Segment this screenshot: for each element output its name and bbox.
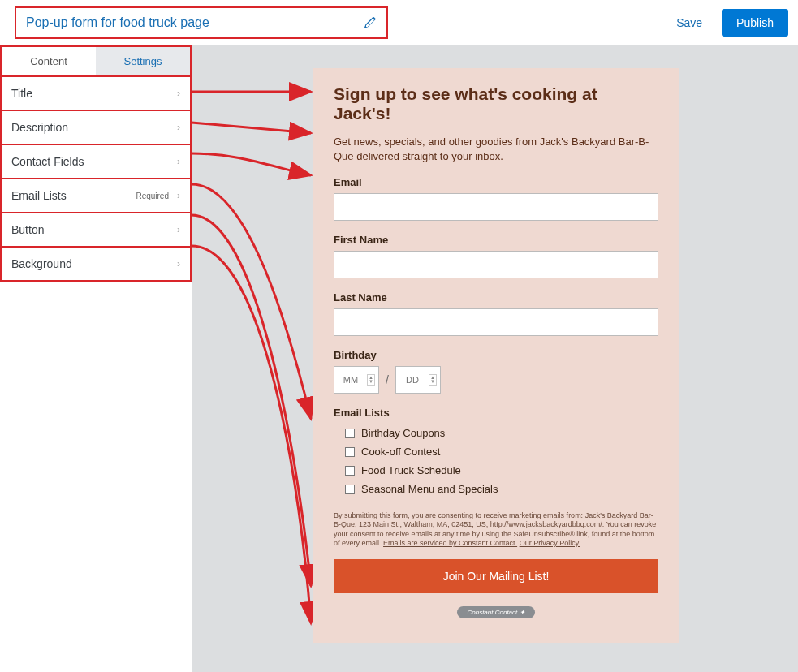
save-link[interactable]: Save <box>676 16 702 29</box>
first-name-field[interactable] <box>334 251 658 278</box>
birthday-label: Birthday <box>334 349 658 361</box>
list-item-label: Food Truck Schedule <box>361 464 461 476</box>
sidebar-item-background[interactable]: Background › <box>0 248 192 282</box>
required-badge: Required <box>136 192 169 200</box>
form-name-input[interactable]: Pop-up form for food truck page <box>15 6 388 39</box>
tab-bar: Content Settings <box>0 45 192 75</box>
header-bar: Pop-up form for food truck page Save Pub… <box>0 0 798 45</box>
join-mailing-list-button[interactable]: Join Our Mailing List! <box>334 559 658 593</box>
sidebar-item-label: Description <box>11 121 68 134</box>
chevron-right-icon: › <box>177 190 180 201</box>
privacy-link[interactable]: Our Privacy Policy. <box>520 539 580 547</box>
list-item[interactable]: Food Truck Schedule <box>334 461 658 480</box>
last-name-label: Last Name <box>334 291 658 304</box>
list-item-label: Birthday Coupons <box>361 427 445 439</box>
sidebar-item-label: Title <box>11 87 32 100</box>
list-item-label: Cook-off Contest <box>361 446 440 458</box>
list-item-label: Seasonal Menu and Specials <box>361 483 498 495</box>
chevron-right-icon: › <box>177 88 180 99</box>
constant-contact-badge: Constant Contact ✦ <box>457 606 534 618</box>
email-label: Email <box>334 176 658 188</box>
chevron-right-icon: › <box>177 258 180 269</box>
sidebar-item-label: Button <box>11 223 44 236</box>
sidebar-item-contact-fields[interactable]: Contact Fields › <box>0 145 192 179</box>
form-title: Sign up to see what's cooking at Jack's! <box>334 84 658 123</box>
spinner-icon[interactable]: ▲▼ <box>429 374 437 386</box>
checkbox-icon[interactable] <box>345 466 355 476</box>
list-item[interactable]: Birthday Coupons <box>334 424 658 442</box>
pencil-icon[interactable] <box>364 16 377 29</box>
chevron-right-icon: › <box>177 224 180 235</box>
list-item[interactable]: Cook-off Contest <box>334 442 658 461</box>
checkbox-icon[interactable] <box>345 485 355 494</box>
sidebar-item-description[interactable]: Description › <box>0 111 192 145</box>
form-description: Get news, specials, and other goodies fr… <box>334 135 658 163</box>
sidebar-item-label: Email Lists <box>11 189 67 202</box>
form-name-text: Pop-up form for food truck page <box>26 15 364 30</box>
publish-button[interactable]: Publish <box>722 9 788 37</box>
email-lists-label: Email Lists <box>334 407 658 419</box>
tab-settings[interactable]: Settings <box>96 47 190 75</box>
sidebar-item-button[interactable]: Button › <box>0 213 192 248</box>
checkbox-icon[interactable] <box>345 429 355 438</box>
disclaimer-link[interactable]: Emails are serviced by Constant Contact. <box>383 539 517 547</box>
list-item[interactable]: Seasonal Menu and Specials <box>334 480 658 498</box>
checkbox-icon[interactable] <box>345 447 355 457</box>
sidebar-item-label: Background <box>11 257 72 270</box>
sidebar-item-label: Contact Fields <box>11 155 84 168</box>
spinner-icon[interactable]: ▲▼ <box>367 374 375 386</box>
email-field[interactable] <box>334 193 658 221</box>
sidebar-item-title[interactable]: Title › <box>0 77 192 111</box>
last-name-field[interactable] <box>334 308 658 336</box>
chevron-right-icon: › <box>177 156 180 167</box>
form-preview: Sign up to see what's cooking at Jack's!… <box>313 68 679 643</box>
chevron-right-icon: › <box>177 122 180 133</box>
sidebar: Content Settings Title › Description › C… <box>0 45 192 672</box>
preview-canvas: Sign up to see what's cooking at Jack's!… <box>192 45 798 672</box>
sidebar-item-email-lists[interactable]: Email Lists Required› <box>0 179 192 213</box>
first-name-label: First Name <box>334 234 658 246</box>
tab-content[interactable]: Content <box>2 47 96 75</box>
disclaimer-text: By submitting this form, you are consent… <box>334 511 658 548</box>
date-separator: / <box>386 373 389 386</box>
